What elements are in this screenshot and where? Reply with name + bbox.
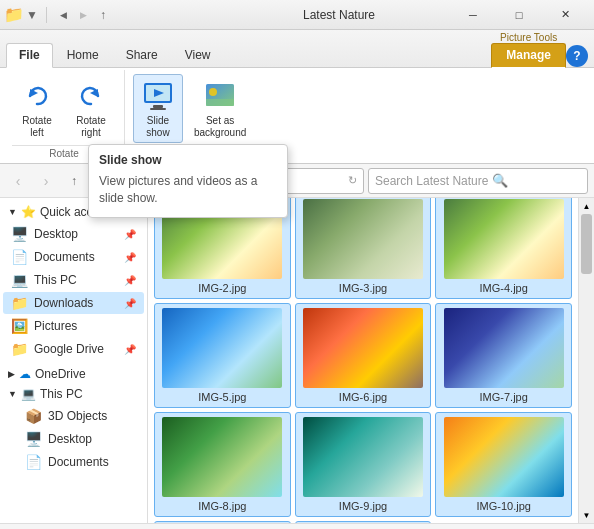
sidebar-item-desktop2[interactable]: 🖥️ Desktop bbox=[3, 428, 144, 450]
rotate-left-button[interactable]: Rotateleft bbox=[12, 74, 62, 143]
up-button[interactable]: ↑ bbox=[62, 169, 86, 193]
scroll-up-button[interactable]: ▲ bbox=[579, 198, 594, 214]
tooltip-description: View pictures and videos as a slide show… bbox=[99, 173, 277, 207]
pictures-label: Pictures bbox=[34, 319, 136, 333]
file-item-img6[interactable]: IMG-6.jpg bbox=[295, 303, 432, 408]
sidebar-item-this-pc[interactable]: 💻 This PC 📌 bbox=[3, 269, 144, 291]
this-pc-icon: 💻 bbox=[11, 272, 28, 288]
slide-show-button[interactable]: Slideshow bbox=[133, 74, 183, 143]
downloads-icon: 📁 bbox=[11, 295, 28, 311]
file-item-img4[interactable]: IMG-4.jpg bbox=[435, 198, 572, 299]
pin-icon-2: 📌 bbox=[124, 252, 136, 263]
file-name-img10: IMG-10.jpg bbox=[476, 500, 530, 512]
sidebar-item-downloads[interactable]: 📁 Downloads 📌 bbox=[3, 292, 144, 314]
file-name-img9: IMG-9.jpg bbox=[339, 500, 387, 512]
help-button[interactable]: ? bbox=[566, 45, 588, 67]
desktop-icon: 🖥️ bbox=[11, 226, 28, 242]
quick-access-icon: ▼ bbox=[26, 7, 38, 23]
file-item-img5[interactable]: IMG-5.jpg bbox=[154, 303, 291, 408]
minimize-button[interactable]: ─ bbox=[450, 0, 496, 30]
sidebar-onedrive[interactable]: ▶ ☁ OneDrive bbox=[0, 364, 147, 384]
this-pc-expand-icon: ▼ bbox=[8, 389, 17, 399]
file-thumb-img6 bbox=[303, 308, 423, 388]
onedrive-expand-icon: ▶ bbox=[8, 369, 15, 379]
rotate-left-label: Rotateleft bbox=[22, 115, 51, 139]
title-bar: 📁 ▼ ◀ ▶ ↑ Latest Nature ─ □ ✕ bbox=[0, 0, 594, 30]
sidebar-item-documents[interactable]: 📄 Documents 📌 bbox=[3, 246, 144, 268]
file-name-img5: IMG-5.jpg bbox=[198, 391, 246, 403]
file-name-img8: IMG-8.jpg bbox=[198, 500, 246, 512]
forward-icon[interactable]: ▶ bbox=[75, 7, 91, 23]
file-item-img7[interactable]: IMG-7.jpg bbox=[435, 303, 572, 408]
maximize-button[interactable]: □ bbox=[496, 0, 542, 30]
set-background-label: Set asbackground bbox=[194, 115, 246, 139]
file-name-img4: IMG-4.jpg bbox=[480, 282, 528, 294]
slide-show-label: Slideshow bbox=[146, 115, 169, 139]
window-controls: ─ □ ✕ bbox=[450, 0, 588, 30]
set-background-button[interactable]: Set asbackground bbox=[187, 74, 253, 143]
scroll-down-button[interactable]: ▼ bbox=[579, 507, 594, 523]
svg-point-11 bbox=[209, 88, 217, 96]
pin-icon-3: 📌 bbox=[124, 275, 136, 286]
scroll-thumb[interactable] bbox=[581, 214, 592, 274]
documents-icon: 📄 bbox=[11, 249, 28, 265]
scrollbar[interactable]: ▲ ▼ bbox=[578, 198, 594, 523]
documents2-icon: 📄 bbox=[25, 454, 42, 470]
back-button[interactable]: ‹ bbox=[6, 169, 30, 193]
tab-view[interactable]: View bbox=[172, 43, 224, 67]
search-bar[interactable]: Search Latest Nature 🔍 bbox=[368, 168, 588, 194]
search-icon[interactable]: 🔍 bbox=[492, 173, 508, 188]
window-title: Latest Nature bbox=[228, 8, 450, 22]
file-item-img3[interactable]: IMG-3.jpg bbox=[295, 198, 432, 299]
tab-manage[interactable]: Manage bbox=[491, 43, 566, 68]
quick-access-star-icon: ⭐ bbox=[21, 205, 36, 219]
downloads-label: Downloads bbox=[34, 296, 122, 310]
file-name-img2: IMG-2.jpg bbox=[198, 282, 246, 294]
picture-tools-label: Picture Tools bbox=[494, 30, 563, 43]
forward-button[interactable]: › bbox=[34, 169, 58, 193]
scroll-track[interactable] bbox=[579, 214, 594, 507]
sidebar-this-pc-section[interactable]: ▼ 💻 This PC bbox=[0, 384, 147, 404]
ribbon-buttons-view: Slideshow bbox=[133, 70, 253, 143]
desktop2-icon: 🖥️ bbox=[25, 431, 42, 447]
svg-rect-7 bbox=[150, 108, 166, 110]
tab-home[interactable]: Home bbox=[54, 43, 112, 67]
file-thumb-img8 bbox=[162, 417, 282, 497]
file-item-img11[interactable]: IMG-11.jpg bbox=[154, 521, 291, 523]
google-drive-label: Google Drive bbox=[34, 342, 122, 356]
sidebar-item-pictures[interactable]: 🖼️ Pictures bbox=[3, 315, 144, 337]
file-item-img12[interactable]: IMG-12.jpg bbox=[295, 521, 432, 523]
set-background-icon bbox=[202, 78, 238, 114]
file-name-img7: IMG-7.jpg bbox=[480, 391, 528, 403]
file-item-img9[interactable]: IMG-9.jpg bbox=[295, 412, 432, 517]
onedrive-label: OneDrive bbox=[35, 367, 86, 381]
slide-show-tooltip: Slide show View pictures and videos as a… bbox=[88, 144, 288, 218]
sidebar-item-documents2[interactable]: 📄 Documents bbox=[3, 451, 144, 473]
this-pc-section-label: This PC bbox=[40, 387, 83, 401]
title-bar-left: 📁 ▼ ◀ ▶ ↑ bbox=[6, 7, 228, 23]
3d-objects-label: 3D Objects bbox=[48, 409, 136, 423]
documents2-label: Documents bbox=[48, 455, 136, 469]
rotate-right-label: Rotateright bbox=[76, 115, 105, 139]
folder-icon: 📁 bbox=[6, 7, 22, 23]
file-thumb-img9 bbox=[303, 417, 423, 497]
file-grid: IMG-2.jpg IMG-3.jpg IMG-4.jpg IMG-5.jpg … bbox=[152, 198, 574, 523]
address-refresh-icon[interactable]: ↻ bbox=[348, 174, 357, 187]
up-icon[interactable]: ↑ bbox=[95, 7, 111, 23]
file-item-img8[interactable]: IMG-8.jpg bbox=[154, 412, 291, 517]
tab-share[interactable]: Share bbox=[113, 43, 171, 67]
sidebar-item-google-drive[interactable]: 📁 Google Drive 📌 bbox=[3, 338, 144, 360]
ribbon-tab-bar: File Home Share View Picture Tools Manag… bbox=[0, 30, 594, 68]
svg-rect-10 bbox=[206, 99, 234, 106]
google-drive-icon: 📁 bbox=[11, 341, 28, 357]
file-item-img10[interactable]: IMG-10.jpg bbox=[435, 412, 572, 517]
sidebar-item-desktop[interactable]: 🖥️ Desktop 📌 bbox=[3, 223, 144, 245]
close-button[interactable]: ✕ bbox=[542, 0, 588, 30]
rotate-right-button[interactable]: Rotateright bbox=[66, 74, 116, 143]
sidebar-item-3d-objects[interactable]: 📦 3D Objects bbox=[3, 405, 144, 427]
onedrive-icon: ☁ bbox=[19, 367, 31, 381]
back-icon[interactable]: ◀ bbox=[55, 7, 71, 23]
tooltip-title: Slide show bbox=[99, 153, 277, 167]
pin-icon-5: 📌 bbox=[124, 344, 136, 355]
tab-file[interactable]: File bbox=[6, 43, 53, 68]
